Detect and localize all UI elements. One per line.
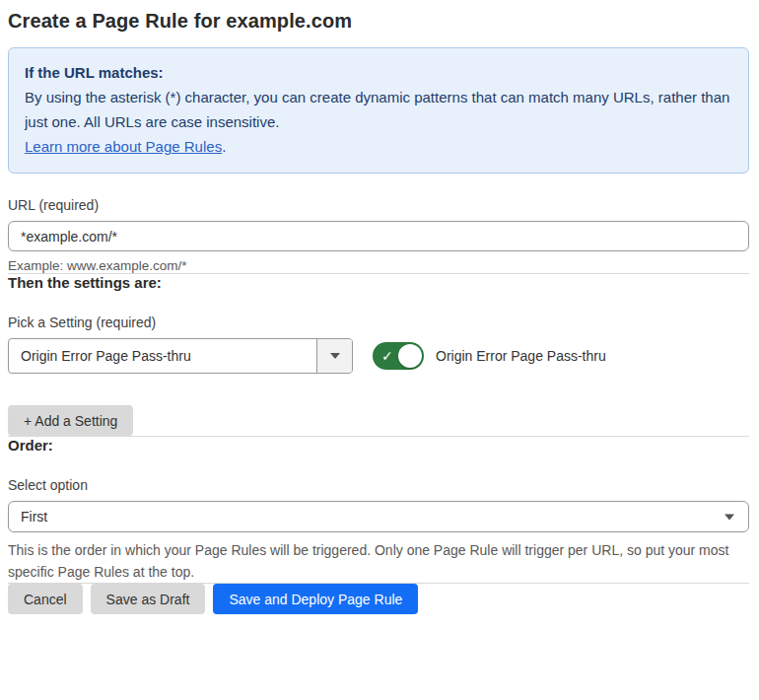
pick-setting-label: Pick a Setting (required) [8, 315, 749, 330]
info-box-body: By using the asterisk (*) character, you… [25, 85, 732, 134]
url-field-label: URL (required) [8, 197, 749, 213]
toggle-label: Origin Error Page Pass-thru [436, 348, 606, 364]
settings-section-heading: Then the settings are: [8, 274, 749, 291]
url-input[interactable] [8, 221, 749, 251]
check-icon: ✓ [381, 349, 393, 363]
setting-dropdown-value: Origin Error Page Pass-thru [9, 339, 316, 373]
info-box-heading: If the URL matches: [25, 60, 732, 85]
select-option-label: Select option [8, 477, 749, 493]
setting-dropdown[interactable]: Origin Error Page Pass-thru [8, 338, 353, 374]
page-title: Create a Page Rule for example.com [8, 10, 749, 33]
info-box-link-line: Learn more about Page Rules. [25, 134, 732, 159]
add-setting-button[interactable]: + Add a Setting [8, 405, 133, 436]
order-select[interactable]: First [8, 501, 749, 532]
caret-down-icon [724, 515, 734, 521]
link-suffix: . [222, 138, 226, 155]
order-helper-text: This is the order in which your Page Rul… [8, 539, 745, 583]
toggle-knob [398, 344, 422, 368]
cancel-button[interactable]: Cancel [8, 584, 83, 614]
footer-actions: Cancel Save as Draft Save and Deploy Pag… [8, 584, 749, 614]
setting-row: Origin Error Page Pass-thru ✓ Origin Err… [8, 338, 749, 374]
url-match-info-box: If the URL matches: By using the asteris… [8, 47, 749, 174]
caret-down-icon [330, 353, 340, 359]
url-field-helper: Example: www.example.com/* [8, 258, 749, 273]
origin-error-toggle[interactable]: ✓ [373, 342, 424, 370]
save-and-deploy-button[interactable]: Save and Deploy Page Rule [213, 584, 418, 614]
save-as-draft-button[interactable]: Save as Draft [91, 584, 206, 614]
learn-more-link[interactable]: Learn more about Page Rules [25, 138, 222, 155]
setting-dropdown-arrow-button[interactable] [316, 339, 352, 373]
order-select-value: First [21, 509, 47, 525]
order-section-heading: Order: [8, 437, 749, 454]
